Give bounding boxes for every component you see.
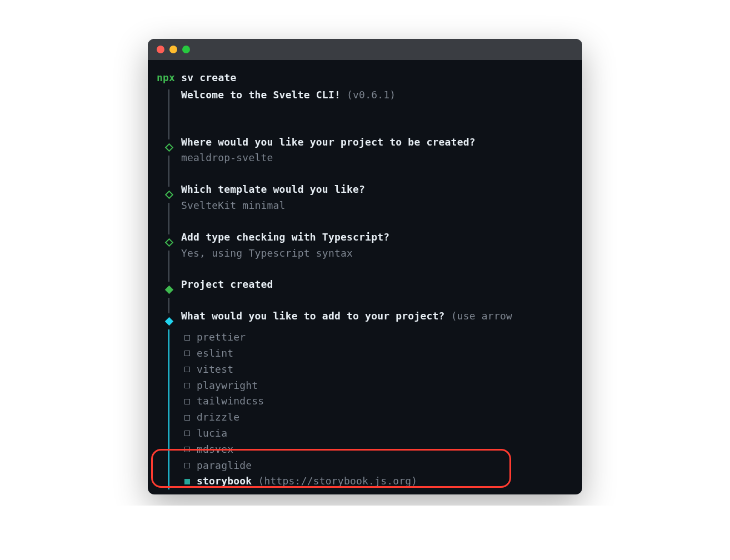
step-project-created: Project created [157, 277, 573, 308]
option-label: tailwindcss [197, 393, 264, 409]
current-hint: (use arrow [451, 310, 512, 322]
terminal-body: npx sv create Welcome to the Svelte CLI!… [148, 60, 582, 494]
npx-prefix: npx [157, 72, 175, 83]
step-question: Which template would you like? [181, 182, 573, 198]
option-label: vitest [197, 362, 233, 378]
checkbox-empty-icon [184, 447, 190, 452]
option-playwright[interactable]: playwright [184, 378, 573, 394]
step-typescript: Add type checking with Typescript? Yes, … [157, 229, 573, 277]
step-template: Which template would you like? SvelteKit… [157, 182, 573, 229]
checkbox-filled-icon [184, 479, 190, 484]
option-prettier[interactable]: prettier [184, 329, 573, 346]
created-text: Project created [181, 277, 573, 293]
option-storybook[interactable]: storybook (https://storybook.js.org) [184, 473, 573, 489]
option-label: storybook [197, 475, 252, 487]
option-label: mdsvex [197, 442, 233, 458]
option-drizzle[interactable]: drizzle [184, 409, 573, 426]
diamond-icon [164, 143, 173, 152]
option-label: lucia [197, 426, 227, 442]
option-tailwindcss[interactable]: tailwindcss [184, 393, 573, 409]
diamond-icon [164, 238, 173, 247]
step-question: Where would you like your project to be … [181, 134, 573, 151]
step-project-location: Where would you like your project to be … [157, 134, 573, 182]
option-eslint[interactable]: eslint [184, 346, 573, 362]
step-answer: SvelteKit minimal [181, 198, 573, 214]
checkbox-empty-icon [184, 431, 190, 436]
option-label: playwright [197, 378, 258, 394]
step-add-to-project: What would you like to add to your proje… [157, 308, 573, 329]
step-question: Add type checking with Typescript? [181, 229, 573, 246]
command-line: npx sv create [157, 70, 573, 86]
current-question: What would you like to add to your proje… [181, 310, 445, 322]
option-label: eslint [197, 346, 233, 362]
diamond-icon [164, 191, 173, 199]
option-label: prettier [197, 329, 246, 346]
step-answer: mealdrop-svelte [181, 150, 573, 166]
checkbox-empty-icon [184, 367, 190, 372]
terminal-window: npx sv create Welcome to the Svelte CLI!… [148, 39, 582, 494]
checkbox-empty-icon [184, 335, 190, 341]
step-answer: Yes, using Typescript syntax [181, 246, 573, 262]
diamond-filled-icon [164, 286, 173, 294]
option-mdsvex[interactable]: mdsvex [184, 442, 573, 458]
option-lucia[interactable]: lucia [184, 426, 573, 442]
welcome-version: (v0.6.1) [347, 89, 396, 101]
welcome-text: Welcome to the Svelte CLI! [181, 89, 341, 101]
checkbox-empty-icon [184, 383, 190, 388]
option-label: drizzle [197, 409, 239, 426]
maximize-icon[interactable] [182, 46, 190, 53]
diamond-active-icon [164, 317, 173, 326]
command-text: sv create [181, 72, 236, 83]
checkbox-empty-icon [184, 415, 190, 421]
close-icon[interactable] [157, 46, 164, 53]
option-paraglide[interactable]: paraglide [184, 458, 573, 474]
checkbox-empty-icon [184, 351, 190, 356]
checkbox-empty-icon [184, 399, 190, 404]
option-vitest[interactable]: vitest [184, 362, 573, 378]
titlebar [148, 39, 582, 60]
minimize-icon[interactable] [169, 46, 177, 53]
option-label: paraglide [197, 458, 252, 474]
options-list: prettier eslint vitest playwright tailwi… [157, 329, 573, 489]
option-url: (https://storybook.js.org) [258, 475, 417, 487]
checkbox-empty-icon [184, 463, 190, 468]
